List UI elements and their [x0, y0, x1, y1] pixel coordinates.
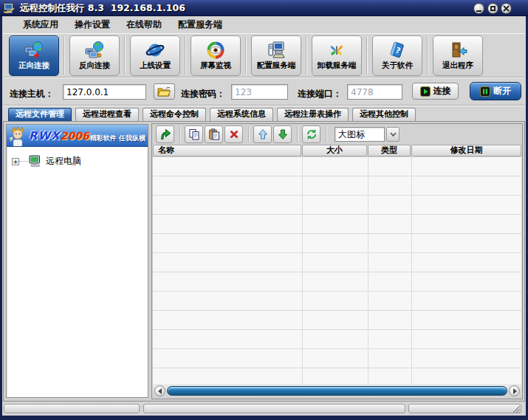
column-header-size[interactable]: 大小 [302, 145, 367, 156]
password-label: 连接密码： [181, 88, 225, 100]
pause-icon [480, 86, 490, 97]
table-row [153, 311, 521, 330]
table-row [153, 253, 521, 272]
table-header-row: 名称 大小 类型 修改日期 [153, 145, 521, 157]
column-header-type[interactable]: 类型 [368, 145, 411, 156]
divider [3, 77, 525, 78]
column-header-name[interactable]: 名称 [153, 145, 301, 156]
table-cell [368, 368, 412, 385]
paste-button[interactable] [205, 125, 223, 143]
port-label: 连接端口： [298, 88, 342, 100]
online-settings-button[interactable]: 上线设置 [130, 35, 180, 76]
table-row [153, 196, 521, 215]
toolbar-separator [124, 36, 126, 75]
table-cell [368, 234, 412, 252]
reverse-connect-icon [85, 41, 104, 60]
table-cell [153, 253, 303, 272]
upload-icon [257, 128, 269, 140]
menu-item-system[interactable]: 系统应用 [15, 18, 66, 31]
delete-icon [228, 128, 240, 140]
titlebar: 远程控制任我行 8.3 192.168.1.106 [0, 0, 528, 16]
table-cell [303, 330, 368, 348]
reverse-connect-button[interactable]: 反向连接 [69, 35, 120, 76]
table-cell [303, 292, 368, 310]
table-cell [368, 157, 412, 176]
play-icon [420, 86, 431, 97]
menu-item-operation[interactable]: 操作设置 [66, 18, 118, 31]
table-cell [153, 349, 303, 368]
delete-button[interactable] [224, 125, 243, 143]
status-panel-3 [408, 404, 521, 413]
forward-connect-icon [24, 41, 44, 60]
host-input[interactable] [63, 84, 146, 100]
forward-connect-button[interactable]: 正向连接 [9, 35, 59, 76]
horizontal-scrollbar[interactable] [153, 384, 521, 398]
exit-icon [448, 41, 467, 60]
toolbar-button-label: 反向连接 [79, 61, 110, 71]
app-window: 远程控制任我行 8.3 192.168.1.106 系统应用 操作设置 在线帮助… [0, 0, 528, 420]
tree-item-remote-computer[interactable]: + 远程电脑 [12, 155, 81, 168]
menu-item-config-server[interactable]: 配置服务端 [170, 18, 230, 31]
refresh-button[interactable] [302, 125, 320, 143]
table-cell [153, 157, 303, 176]
table-cell [368, 330, 412, 348]
minimize-button[interactable] [473, 3, 484, 14]
connect-button-label: 连接 [433, 85, 451, 97]
upload-button[interactable] [253, 125, 272, 143]
close-button[interactable] [501, 3, 512, 14]
exit-button[interactable]: 退出程序 [433, 35, 483, 76]
scroll-left-button[interactable] [154, 385, 165, 396]
table-row [153, 368, 521, 385]
divider [3, 105, 525, 106]
table-cell [153, 234, 303, 252]
uninstall-server-icon [327, 41, 346, 60]
table-row [153, 292, 521, 311]
toolbar-separator [248, 126, 250, 142]
configure-server-button[interactable]: 配置服务端 [251, 35, 301, 76]
uninstall-server-button[interactable]: 卸载服务端 [312, 35, 362, 76]
disconnect-button[interactable]: 断开 [470, 82, 521, 100]
tab-remote-process-view[interactable]: 远程进程查看 [75, 108, 139, 121]
tab-remote-registry[interactable]: 远程注册表操作 [277, 108, 349, 121]
password-input[interactable] [231, 84, 288, 100]
tab-bar: 远程文件管理 远程进程查看 远程命令控制 远程系统信息 远程注册表操作 远程其他… [3, 108, 525, 121]
about-button[interactable]: ? 关于软件 [372, 35, 422, 76]
download-button[interactable] [273, 125, 292, 143]
table-cell [153, 292, 303, 310]
mascot-image [7, 125, 28, 147]
maximize-button[interactable] [487, 3, 498, 14]
copy-button[interactable] [185, 125, 203, 143]
folder-open-icon [157, 86, 171, 97]
resize-grip[interactable] [512, 405, 521, 413]
scroll-right-button[interactable] [509, 385, 520, 396]
view-mode-dropdown-button[interactable] [386, 127, 400, 142]
scrollbar-thumb[interactable] [167, 386, 507, 396]
table-cell [303, 349, 368, 368]
tab-remote-command-control[interactable]: 远程命令控制 [143, 108, 206, 121]
window-edge [0, 16, 2, 416]
table-cell [303, 215, 368, 233]
toolbar-separator [245, 36, 247, 75]
tab-remote-system-info[interactable]: 远程系统信息 [210, 108, 273, 121]
tree-connector [19, 161, 28, 162]
port-input[interactable] [347, 84, 402, 100]
column-header-modified[interactable]: 修改日期 [411, 145, 521, 156]
open-host-list-button[interactable] [154, 83, 175, 100]
go-button[interactable] [156, 125, 174, 143]
screen-monitor-button[interactable]: 屏幕监视 [191, 35, 241, 76]
tab-remote-file-manager[interactable]: 远程文件管理 [8, 108, 72, 121]
tree-expander[interactable]: + [12, 158, 19, 165]
table-cell [412, 157, 521, 176]
about-icon: ? [388, 41, 407, 60]
view-mode-select[interactable]: 大图标 [335, 127, 385, 142]
table-cell [303, 253, 368, 272]
table-cell [412, 253, 521, 272]
menu-item-help[interactable]: 在线帮助 [118, 18, 170, 31]
tab-remote-other-control[interactable]: 远程其他控制 [352, 108, 416, 121]
table-cell [153, 176, 303, 195]
connect-button[interactable]: 连接 [412, 83, 459, 100]
table-row [153, 349, 521, 368]
toolbar-separator [306, 36, 307, 75]
table-cell [412, 215, 521, 233]
remote-tree-panel: RWX2006 精彩软件 任我纵横 + 远程电脑 [6, 124, 148, 398]
